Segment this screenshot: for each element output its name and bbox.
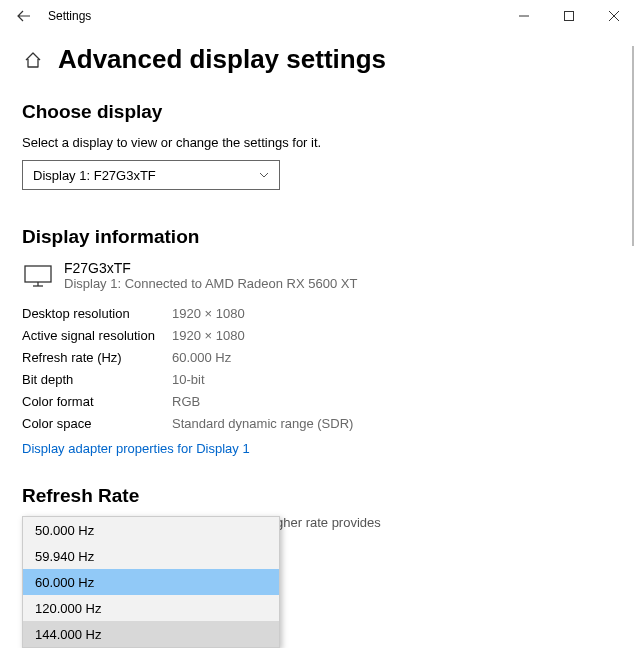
dropdown-item[interactable]: 59.940 Hz	[23, 543, 279, 569]
svg-rect-1	[25, 266, 51, 282]
dropdown-item[interactable]: 60.000 Hz	[23, 569, 279, 595]
refresh-rate-heading: Refresh Rate	[22, 485, 614, 507]
content-area: Advanced display settings Choose display…	[0, 44, 636, 530]
info-value: 60.000 Hz	[172, 347, 231, 369]
info-table: Desktop resolution1920 × 1080Active sign…	[22, 303, 614, 435]
info-value: 10-bit	[172, 369, 205, 391]
info-value: Standard dynamic range (SDR)	[172, 413, 353, 435]
info-value: RGB	[172, 391, 200, 413]
info-row: Desktop resolution1920 × 1080	[22, 303, 614, 325]
maximize-icon	[564, 11, 574, 21]
dropdown-item[interactable]: 50.000 Hz	[23, 517, 279, 543]
info-label: Color format	[22, 391, 172, 413]
back-button[interactable]	[8, 0, 40, 32]
info-row: Bit depth10-bit	[22, 369, 614, 391]
monitor-summary: F27G3xTF Display 1: Connected to AMD Rad…	[22, 260, 614, 291]
svg-rect-0	[564, 12, 573, 21]
info-label: Refresh rate (Hz)	[22, 347, 172, 369]
monitor-name: F27G3xTF	[64, 260, 357, 276]
choose-display-subtext: Select a display to view or change the s…	[22, 135, 614, 150]
info-label: Desktop resolution	[22, 303, 172, 325]
dropdown-item[interactable]: 144.000 Hz	[23, 621, 279, 647]
info-value: 1920 × 1080	[172, 303, 245, 325]
display-select-value: Display 1: F27G3xTF	[33, 168, 156, 183]
chevron-down-icon	[259, 172, 269, 178]
minimize-button[interactable]	[501, 0, 546, 32]
close-button[interactable]	[591, 0, 636, 32]
window-controls	[501, 0, 636, 32]
info-row: Color spaceStandard dynamic range (SDR)	[22, 413, 614, 435]
dropdown-item[interactable]: 120.000 Hz	[23, 595, 279, 621]
page-header: Advanced display settings	[22, 44, 614, 75]
monitor-connection: Display 1: Connected to AMD Radeon RX 56…	[64, 276, 357, 291]
home-button[interactable]	[22, 49, 44, 71]
info-row: Color formatRGB	[22, 391, 614, 413]
info-row: Active signal resolution1920 × 1080	[22, 325, 614, 347]
maximize-button[interactable]	[546, 0, 591, 32]
display-select[interactable]: Display 1: F27G3xTF	[22, 160, 280, 190]
home-icon	[24, 51, 42, 69]
adapter-properties-link[interactable]: Display adapter properties for Display 1	[22, 441, 250, 456]
close-icon	[609, 11, 619, 21]
info-label: Active signal resolution	[22, 325, 172, 347]
info-label: Bit depth	[22, 369, 172, 391]
arrow-left-icon	[17, 9, 31, 23]
minimize-icon	[519, 11, 529, 21]
refresh-rate-description-partial: gher rate provides	[276, 515, 614, 530]
monitor-icon	[24, 265, 52, 287]
window-title: Settings	[48, 9, 91, 23]
choose-display-heading: Choose display	[22, 101, 614, 123]
info-row: Refresh rate (Hz)60.000 Hz	[22, 347, 614, 369]
display-info-heading: Display information	[22, 226, 614, 248]
page-title: Advanced display settings	[58, 44, 386, 75]
info-label: Color space	[22, 413, 172, 435]
info-value: 1920 × 1080	[172, 325, 245, 347]
refresh-rate-dropdown[interactable]: 50.000 Hz59.940 Hz60.000 Hz120.000 Hz144…	[22, 516, 280, 648]
titlebar: Settings	[0, 0, 636, 32]
